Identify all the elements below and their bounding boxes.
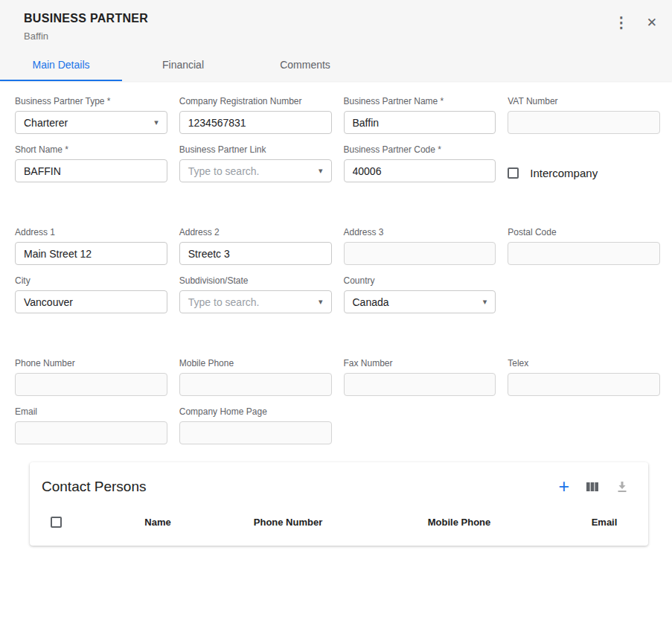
field-subdivision-state: Subdivision/State Type to search. ▾: [179, 275, 332, 313]
field-label: Phone Number: [15, 358, 167, 368]
field-address-1: Address 1: [15, 227, 167, 265]
country-select[interactable]: Canada ▾: [344, 290, 496, 313]
tab-main-details[interactable]: Main Details: [0, 51, 122, 81]
column-header-phone-number: Phone Number: [217, 517, 359, 528]
page-title: BUSINESS PARTNER: [24, 12, 148, 25]
column-header-mobile-phone: Mobile Phone: [359, 517, 560, 528]
empty-cell: [508, 406, 660, 444]
field-label: Company Registration Number: [179, 96, 332, 106]
field-label: Business Partner Name *: [344, 96, 496, 106]
field-business-partner-name: Business Partner Name *: [344, 96, 496, 134]
business-partner-code-input[interactable]: [344, 159, 496, 182]
field-label: Postal Code: [508, 227, 660, 237]
field-label: Address 3: [344, 227, 496, 237]
field-company-registration-number: Company Registration Number: [179, 96, 332, 134]
business-partner-type-select[interactable]: Charterer ▾: [15, 111, 167, 134]
identity-section: Business Partner Type * Charterer ▾ Comp…: [15, 96, 660, 182]
field-label: Address 1: [15, 227, 167, 237]
field-label: VAT Number: [508, 96, 660, 106]
field-business-partner-code: Business Partner Code *: [344, 144, 496, 182]
tab-comments[interactable]: Comments: [244, 51, 366, 81]
chevron-down-icon: ▾: [154, 118, 159, 127]
intercompany-label: Intercompany: [530, 167, 598, 179]
chevron-down-icon: ▾: [319, 167, 323, 175]
main-details-form: Business Partner Type * Charterer ▾ Comp…: [0, 81, 672, 546]
telex-input[interactable]: [508, 373, 660, 396]
contact-persons-title: Contact Persons: [42, 479, 146, 495]
field-label: Address 2: [179, 227, 332, 237]
field-label: Email: [15, 406, 167, 417]
field-business-partner-type: Business Partner Type * Charterer ▾: [15, 96, 167, 134]
field-city: City: [15, 275, 167, 313]
subdivision-state-select[interactable]: Type to search. ▾: [179, 290, 332, 313]
field-company-home-page: Company Home Page: [179, 406, 332, 444]
email-input[interactable]: [15, 421, 167, 444]
close-icon[interactable]: ✕: [647, 16, 657, 29]
chevron-down-icon: ▾: [483, 298, 487, 306]
field-label: Subdivision/State: [179, 275, 332, 286]
header-titles: BUSINESS PARTNER Baffin: [24, 12, 148, 42]
empty-cell: [508, 275, 660, 313]
field-address-2: Address 2: [179, 227, 332, 265]
postal-code-input[interactable]: [508, 242, 660, 265]
field-phone-number: Phone Number: [15, 358, 167, 396]
field-postal-code: Postal Code: [508, 227, 660, 265]
field-label: Country: [344, 275, 496, 286]
address-2-input[interactable]: [179, 242, 332, 265]
field-label: Company Home Page: [179, 406, 332, 417]
column-header-name: Name: [98, 517, 217, 528]
page-subtitle: Baffin: [24, 31, 148, 42]
tab-financial[interactable]: Financial: [122, 51, 244, 81]
field-label: Business Partner Link: [179, 144, 332, 155]
empty-cell: [344, 406, 496, 444]
vat-number-input[interactable]: [508, 111, 660, 134]
company-home-page-input[interactable]: [179, 421, 332, 444]
field-label: Telex: [508, 358, 660, 368]
field-business-partner-link: Business Partner Link Type to search. ▾: [179, 144, 332, 182]
columns-icon[interactable]: [586, 480, 599, 494]
field-label: Fax Number: [344, 358, 496, 368]
business-partner-name-input[interactable]: [344, 111, 496, 134]
field-intercompany: Intercompany: [508, 144, 660, 182]
field-address-3: Address 3: [344, 227, 496, 265]
contact-persons-card: Contact Persons +: [30, 462, 648, 546]
contact-persons-table-header: Name Phone Number Mobile Phone Email: [30, 508, 648, 546]
download-icon[interactable]: [615, 480, 629, 494]
field-label: Business Partner Code *: [344, 144, 496, 155]
business-partner-link-select[interactable]: Type to search. ▾: [179, 159, 332, 182]
field-telex: Telex: [508, 358, 660, 396]
add-contact-button[interactable]: +: [558, 477, 569, 496]
contact-info-section: Phone Number Mobile Phone Fax Number Tel…: [15, 358, 660, 444]
address-3-input[interactable]: [344, 242, 496, 265]
intercompany-checkbox[interactable]: [508, 167, 519, 179]
field-mobile-phone: Mobile Phone: [179, 358, 332, 396]
city-input[interactable]: [15, 290, 167, 313]
chevron-down-icon: ▾: [319, 298, 323, 306]
field-label: Short Name *: [15, 144, 167, 155]
address-section: Address 1 Address 2 Address 3 Postal Cod…: [15, 227, 660, 313]
field-fax-number: Fax Number: [344, 358, 496, 396]
address-1-input[interactable]: [15, 242, 167, 265]
phone-number-input[interactable]: [15, 373, 167, 396]
field-short-name: Short Name *: [15, 144, 167, 182]
short-name-input[interactable]: [15, 159, 167, 182]
dialog-header: BUSINESS PARTNER Baffin ⋮ ✕ Main Details…: [0, 0, 672, 81]
field-country: Country Canada ▾: [344, 275, 496, 313]
fax-number-input[interactable]: [344, 373, 496, 396]
kebab-menu-icon[interactable]: ⋮: [614, 15, 629, 30]
field-email: Email: [15, 406, 167, 444]
company-registration-number-input[interactable]: [179, 111, 332, 134]
field-label: City: [15, 275, 167, 286]
field-vat-number: VAT Number: [508, 96, 660, 134]
column-header-email: Email: [560, 517, 649, 528]
tab-bar: Main Details Financial Comments: [0, 51, 672, 81]
mobile-phone-input[interactable]: [179, 373, 332, 396]
select-all-checkbox[interactable]: [51, 517, 62, 528]
field-label: Mobile Phone: [179, 358, 332, 368]
field-label: Business Partner Type *: [15, 96, 167, 106]
